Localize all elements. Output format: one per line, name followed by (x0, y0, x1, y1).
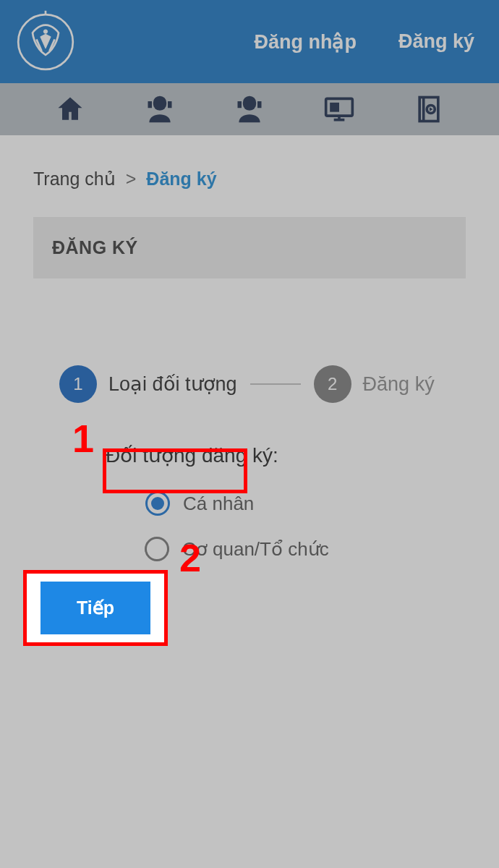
breadcrumb-current: Đăng ký (146, 169, 216, 190)
register-link[interactable]: Đăng ký (398, 30, 474, 54)
breadcrumb-separator: > (126, 169, 137, 190)
breadcrumb-home[interactable]: Trang chủ (33, 169, 116, 190)
support-person-icon-2[interactable] (234, 93, 265, 125)
radio-organization-label: Cơ quan/Tổ chức (182, 538, 329, 561)
radio-circle-icon (145, 491, 170, 516)
svg-rect-4 (330, 103, 339, 112)
login-link[interactable]: Đăng nhập (254, 30, 356, 54)
book-icon[interactable] (413, 93, 445, 125)
content: Trang chủ > Đăng ký ĐĂNG KÝ 1 Loại đối t… (0, 135, 499, 868)
monitor-icon[interactable] (323, 93, 355, 125)
page-title: ĐĂNG KÝ (33, 217, 466, 278)
step-2: 2 Đăng ký (314, 365, 435, 403)
stepper: 1 Loại đối tượng 2 Đăng ký (33, 365, 466, 403)
step-2-number: 2 (314, 365, 351, 403)
breadcrumb: Trang chủ > Đăng ký (33, 169, 466, 190)
step-2-label: Đăng ký (363, 373, 435, 396)
radio-individual-label: Cá nhân (183, 493, 254, 515)
header: Đăng nhập Đăng ký (0, 0, 499, 83)
nav-bar (0, 83, 499, 135)
header-links: Đăng nhập Đăng ký (254, 30, 474, 54)
bhxh-logo (13, 9, 78, 75)
step-1: 1 Loại đối tượng (59, 365, 237, 403)
annotation-box-1 (103, 448, 247, 493)
svg-marker-10 (430, 107, 433, 111)
svg-point-2 (43, 29, 47, 33)
step-connector (250, 383, 301, 385)
annotation-number-2: 2 (179, 535, 201, 580)
continue-button[interactable]: Tiếp (40, 582, 150, 634)
home-icon[interactable] (54, 93, 86, 125)
step-1-label: Loại đối tượng (108, 373, 237, 396)
radio-circle-icon (145, 537, 169, 561)
step-1-number: 1 (59, 365, 97, 403)
form-section: Đối tượng đăng ký: Cá nhân Cơ quan/Tổ ch… (33, 443, 466, 569)
support-person-icon[interactable] (144, 93, 176, 125)
annotation-box-2: Tiếp (23, 570, 168, 646)
annotation-number-1: 1 (72, 416, 94, 461)
